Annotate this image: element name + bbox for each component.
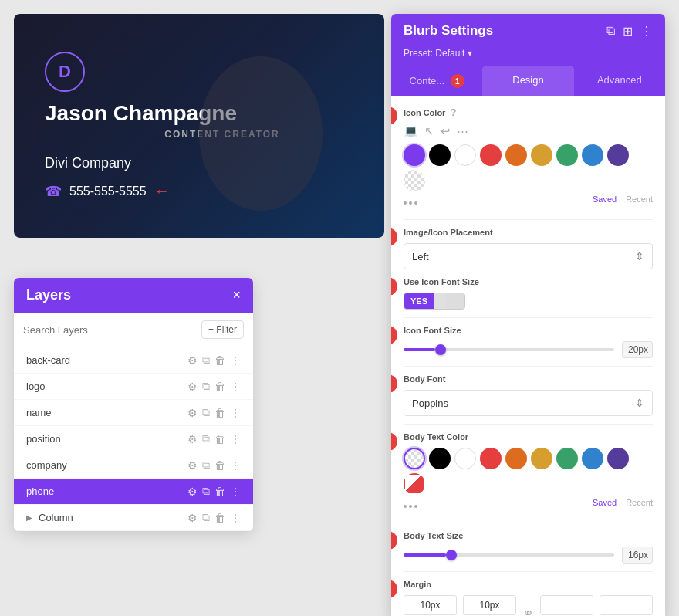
recent-link[interactable]: Recent <box>626 498 653 507</box>
duplicate-icon[interactable]: ⧉ <box>202 459 210 472</box>
color-swatch-green[interactable] <box>556 144 578 166</box>
color-swatch-dark-purple[interactable] <box>607 448 629 469</box>
help-icon[interactable]: ? <box>450 107 456 118</box>
margin-bottom-input[interactable] <box>463 595 516 615</box>
settings-icon[interactable]: ⚙ <box>187 486 198 498</box>
more-options-icon[interactable]: ⋮ <box>640 24 653 39</box>
saved-link[interactable]: Saved <box>593 195 617 204</box>
layers-search-bar: + Filter <box>14 313 253 347</box>
more-icon[interactable]: ⋮ <box>230 354 241 367</box>
layers-close-button[interactable]: × <box>232 287 241 303</box>
grid-view-icon[interactable]: ⊞ <box>623 24 633 39</box>
settings-icon[interactable]: ⚙ <box>187 512 198 524</box>
body-font-dropdown[interactable]: Poppins ⇕ <box>404 390 653 416</box>
slider-thumb[interactable] <box>446 550 457 560</box>
duplicate-icon[interactable]: ⧉ <box>202 380 210 393</box>
more-icon[interactable]: ⋮ <box>230 459 241 472</box>
color-swatch-black[interactable] <box>429 144 451 166</box>
color-swatch-white[interactable] <box>454 448 476 469</box>
layers-search-input[interactable] <box>23 324 195 336</box>
settings-icon[interactable]: ⚙ <box>187 433 198 445</box>
toggle-yes[interactable]: YES <box>404 293 434 309</box>
color-swatch-white[interactable] <box>454 144 476 166</box>
body-text-size-section: 8 Body Text Size 16px <box>404 531 653 564</box>
color-swatch-dark-purple[interactable] <box>607 144 629 166</box>
settings-icon[interactable]: ⚙ <box>187 381 198 393</box>
layer-item[interactable]: company ⚙ ⧉ 🗑 ⋮ <box>14 452 253 479</box>
delete-icon[interactable]: 🗑 <box>215 407 225 419</box>
layer-item-column[interactable]: ▶ Column ⚙ ⧉ 🗑 ⋮ <box>14 505 253 531</box>
more-icon[interactable]: ⋮ <box>230 433 241 445</box>
card-name: Jason Champagne <box>45 101 353 126</box>
delete-icon[interactable]: 🗑 <box>215 486 225 498</box>
card-company: Divi Company <box>45 155 353 171</box>
delete-icon[interactable]: 🗑 <box>215 459 225 472</box>
device-icon[interactable]: 💻 <box>404 124 418 138</box>
duplicate-icon[interactable]: ⧉ <box>202 432 210 445</box>
layer-item[interactable]: back-card ⚙ ⧉ 🗑 ⋮ <box>14 347 253 374</box>
color-swatch-transparent[interactable] <box>404 170 425 191</box>
duplicate-icon[interactable]: ⧉ <box>202 354 210 367</box>
margin-top-input[interactable] <box>404 595 457 615</box>
color-swatch-yellow[interactable] <box>531 144 552 166</box>
expand-icon[interactable]: ▶ <box>26 513 32 522</box>
delete-icon[interactable]: 🗑 <box>215 354 225 367</box>
badge-2: 2 <box>391 107 397 125</box>
settings-preset[interactable]: Preset: Default ▾ <box>391 48 665 66</box>
color-swatch-green[interactable] <box>556 448 578 469</box>
settings-header: Blurb Settings ⧉ ⊞ ⋮ <box>391 14 665 48</box>
duplicate-icon[interactable]: ⧉ <box>202 485 210 498</box>
saved-link[interactable]: Saved <box>593 498 617 507</box>
layers-filter-button[interactable]: + Filter <box>201 320 244 339</box>
margin-bottom-field: Bottom <box>463 595 516 616</box>
settings-icon[interactable]: ⚙ <box>187 354 198 367</box>
color-swatch-diagonal[interactable] <box>404 473 425 495</box>
more-icon[interactable]: ⋮ <box>230 381 241 393</box>
color-swatch-orange[interactable] <box>505 448 527 469</box>
settings-icon[interactable]: ⚙ <box>187 459 198 472</box>
tab-advanced[interactable]: Advanced <box>574 66 665 96</box>
color-swatch-red[interactable] <box>480 144 502 166</box>
icon-font-size-track[interactable] <box>404 348 614 351</box>
color-swatch-red[interactable] <box>480 448 502 469</box>
cursor-icon[interactable]: ↖ <box>424 124 434 138</box>
layer-item[interactable]: position ⚙ ⧉ 🗑 ⋮ <box>14 426 253 452</box>
body-text-size-value[interactable]: 16px <box>622 547 653 564</box>
icon-font-size-toggle[interactable]: YES <box>404 293 465 310</box>
copy-window-icon[interactable]: ⧉ <box>606 24 615 38</box>
color-swatch-yellow[interactable] <box>531 448 552 469</box>
undo-icon[interactable]: ↩ <box>441 124 451 138</box>
divider <box>404 424 653 425</box>
image-placement-dropdown[interactable]: Left ⇕ <box>404 243 653 269</box>
tab-design[interactable]: Design <box>482 66 573 96</box>
margin-link-icon[interactable]: ⚭ <box>522 595 534 616</box>
margin-left-input[interactable] <box>540 595 593 615</box>
delete-icon[interactable]: 🗑 <box>215 512 225 524</box>
color-swatch-blue[interactable] <box>582 144 603 166</box>
layer-item-phone[interactable]: phone ⚙ ⧉ 🗑 ⋮ <box>14 479 253 505</box>
color-swatch-orange[interactable] <box>505 144 527 166</box>
color-swatch-purple[interactable] <box>404 144 425 166</box>
more-toolbar-icon[interactable]: ⋯ <box>457 124 468 138</box>
settings-icon[interactable]: ⚙ <box>187 407 198 419</box>
delete-icon[interactable]: 🗑 <box>215 433 225 445</box>
recent-link[interactable]: Recent <box>626 195 653 204</box>
more-icon[interactable]: ⋮ <box>230 486 241 498</box>
color-swatch-blue[interactable] <box>582 448 603 469</box>
duplicate-icon[interactable]: ⧉ <box>202 406 210 419</box>
tab-content[interactable]: Conte... 1 <box>391 66 482 96</box>
duplicate-icon[interactable]: ⧉ <box>202 511 210 524</box>
color-swatch-black[interactable] <box>429 448 451 469</box>
more-icon[interactable]: ⋮ <box>230 407 241 419</box>
phone-number: 555-555-5555 <box>69 184 147 198</box>
layer-item[interactable]: logo ⚙ ⧉ 🗑 ⋮ <box>14 374 253 400</box>
body-text-size-track[interactable] <box>404 553 614 557</box>
color-swatch-transparent[interactable] <box>404 448 425 469</box>
more-icon[interactable]: ⋮ <box>230 512 241 524</box>
toggle-no[interactable] <box>434 298 446 304</box>
delete-icon[interactable]: 🗑 <box>215 381 225 393</box>
layer-item[interactable]: name ⚙ ⧉ 🗑 ⋮ <box>14 400 253 426</box>
margin-right-input[interactable] <box>600 595 653 615</box>
icon-font-size-value[interactable]: 20px <box>622 341 653 358</box>
slider-thumb[interactable] <box>435 344 446 355</box>
